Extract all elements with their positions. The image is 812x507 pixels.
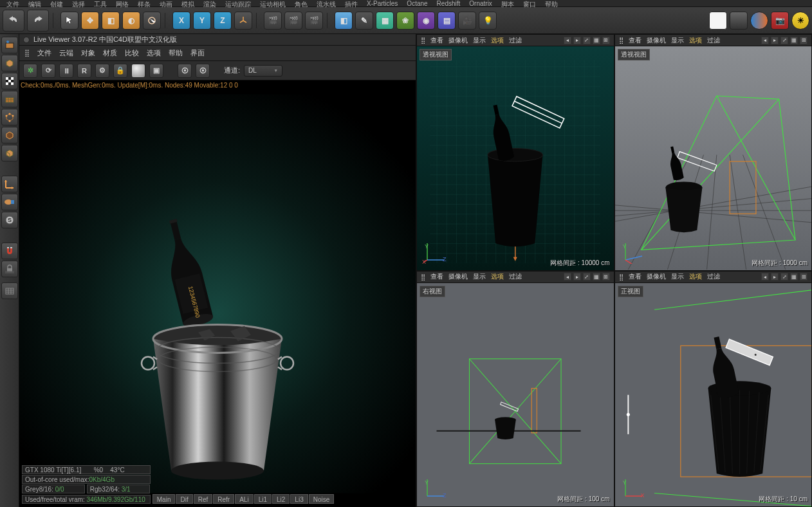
workplane-button[interactable] [1, 91, 18, 107]
camera-button[interactable]: 🎥 [458, 12, 476, 30]
vp-icon-button[interactable]: ⤢ [780, 37, 788, 44]
vp-menu-item[interactable]: 过滤 [707, 36, 720, 45]
reset-button[interactable]: R [77, 64, 91, 78]
menu-item[interactable]: 文件 [6, 0, 19, 6]
settings-button[interactable]: ⚙ [95, 64, 109, 78]
main-menu-bar[interactable]: 文件编辑创建选择工具网络样条动画模拟渲染运动跟踪运动相机角色流水线插件X-Par… [0, 0, 812, 7]
channel-dropdown[interactable]: DL [244, 65, 282, 77]
menu-item[interactable]: 帮助 [545, 0, 558, 6]
lv-menu-item[interactable]: 材质 [103, 48, 117, 58]
z-axis-button[interactable]: Z [214, 12, 232, 30]
vp-menu-item[interactable]: 查看 [430, 36, 443, 45]
lv-menu-item[interactable]: 对象 [81, 48, 95, 58]
menu-item[interactable]: 工具 [94, 0, 107, 6]
cursor-button[interactable] [60, 12, 78, 30]
vp-icon-button[interactable]: ▸ [771, 37, 779, 44]
channel-tab[interactable]: Li2 [272, 494, 290, 504]
lv-menu-item[interactable]: 比较 [125, 48, 139, 58]
magnet-button[interactable] [1, 243, 18, 259]
menu-item[interactable]: 编辑 [28, 0, 41, 6]
vp-menu-item[interactable]: 显示 [473, 36, 486, 45]
sphere-button[interactable] [131, 64, 145, 78]
vp-icon-button[interactable]: ⊞ [602, 273, 610, 281]
vp-icon-button[interactable]: ◂ [761, 37, 769, 44]
primitive-cube-button[interactable]: ◧ [335, 12, 353, 30]
render-region-button[interactable]: 🎬 [284, 12, 302, 30]
texture-mode-button[interactable] [1, 73, 18, 89]
menu-item[interactable]: 流水线 [317, 0, 336, 6]
world-axis-button[interactable] [234, 12, 252, 30]
lock-view-button[interactable]: 🔒 [113, 64, 127, 78]
channel-tab[interactable]: Noise [309, 494, 335, 504]
edge-mode-button[interactable] [1, 127, 18, 143]
model-mode-button[interactable] [1, 55, 18, 71]
lv-menu-item[interactable]: 选项 [147, 48, 161, 58]
sun-button[interactable]: ☀ [791, 12, 809, 30]
menu-item[interactable]: 样条 [138, 0, 151, 6]
vp-menu-item[interactable]: 显示 [671, 36, 684, 45]
vp-icon-button[interactable]: ▦ [790, 37, 798, 44]
vp-menu-item[interactable]: 摄像机 [647, 272, 666, 281]
color-button[interactable] [750, 12, 768, 30]
layout-1-button[interactable] [709, 12, 727, 30]
rotate-button[interactable]: ◐ [122, 12, 140, 30]
make-editable-button[interactable] [1, 37, 18, 53]
channel-tab[interactable]: Main [152, 494, 176, 504]
field-button[interactable]: ◉ [417, 12, 435, 30]
y-axis-button[interactable]: Y [193, 12, 211, 30]
vp-menu-item[interactable]: 查看 [629, 36, 641, 45]
live-viewer-render[interactable]: Check:0ms./0ms. MeshGen:0ms. Update[M]:0… [19, 80, 416, 507]
menu-item[interactable]: Redshift [437, 0, 461, 6]
menu-item[interactable]: 模拟 [181, 0, 194, 6]
channel-tab[interactable]: Refr [213, 494, 234, 504]
menu-item[interactable]: X-Particles [367, 0, 398, 6]
menu-item[interactable]: 插件 [345, 0, 358, 6]
vp-icon-button[interactable]: ⊞ [800, 37, 807, 44]
vp-icon-button[interactable]: ⤢ [780, 273, 788, 281]
snap-button[interactable]: S [1, 212, 18, 228]
scale-button[interactable]: ◧ [102, 12, 120, 30]
channel-tab[interactable]: Li3 [290, 494, 308, 504]
vp-menu-item[interactable]: 选项 [491, 36, 504, 45]
polygon-mode-button[interactable] [1, 145, 18, 161]
vp-menu-item[interactable]: 摄像机 [448, 36, 468, 45]
pin2-button[interactable]: ⦿ [196, 64, 210, 78]
vp-icon-button[interactable]: ▸ [573, 273, 581, 281]
pen-button[interactable]: ✎ [355, 12, 373, 30]
vp-menu-item[interactable]: 选项 [689, 36, 702, 45]
vp-menu-item[interactable]: 摄像机 [647, 36, 666, 45]
vp-menu-item[interactable]: 选项 [689, 272, 702, 281]
menu-item[interactable]: 网络 [116, 0, 129, 6]
menu-item[interactable]: Ornatrix [469, 0, 492, 6]
vp-menu-item[interactable]: 过滤 [509, 36, 522, 45]
viewport-canvas-tl[interactable]: 透视视图 [417, 46, 614, 270]
vp-menu-item[interactable]: 查看 [430, 272, 443, 281]
reload-button[interactable]: ⟳ [41, 64, 55, 78]
vp-icon-button[interactable]: ◂ [564, 273, 571, 281]
pin1-button[interactable]: ⦿ [178, 64, 192, 78]
grip-icon[interactable]: ⣿ [24, 49, 30, 57]
vp-menu-item[interactable]: 选项 [491, 272, 504, 281]
redo-button[interactable] [27, 10, 49, 32]
vp-menu-item[interactable]: 显示 [473, 272, 486, 281]
lv-menu-item[interactable]: 文件 [37, 48, 51, 58]
vp-icon-button[interactable]: ▦ [593, 37, 600, 44]
viewport-canvas-bl[interactable]: 右视图 YZ [417, 283, 614, 507]
vp-menu-item[interactable]: 摄像机 [448, 272, 468, 281]
vp-menu-item[interactable]: 查看 [629, 272, 641, 281]
point-mode-button[interactable] [1, 109, 18, 125]
vp-icon-button[interactable]: ⤢ [583, 37, 591, 44]
channel-tab[interactable]: Ref [194, 494, 213, 504]
region-button[interactable]: ▣ [149, 64, 163, 78]
channel-tab[interactable]: Li1 [254, 494, 272, 504]
pause-button[interactable]: ⏸ [59, 64, 73, 78]
vp-icon-button[interactable]: ▦ [593, 273, 600, 281]
menu-item[interactable]: 运动跟踪 [225, 0, 251, 6]
menu-item[interactable]: 渲染 [203, 0, 216, 6]
vp-icon-button[interactable]: ⊞ [800, 273, 807, 281]
viewport-canvas-tr[interactable]: 透视视图 [615, 46, 812, 270]
lv-menu-item[interactable]: 云端 [59, 48, 73, 58]
lock-button[interactable] [1, 261, 18, 277]
menu-item[interactable]: 动画 [160, 0, 172, 6]
vp-icon-button[interactable]: ⤢ [583, 273, 591, 281]
